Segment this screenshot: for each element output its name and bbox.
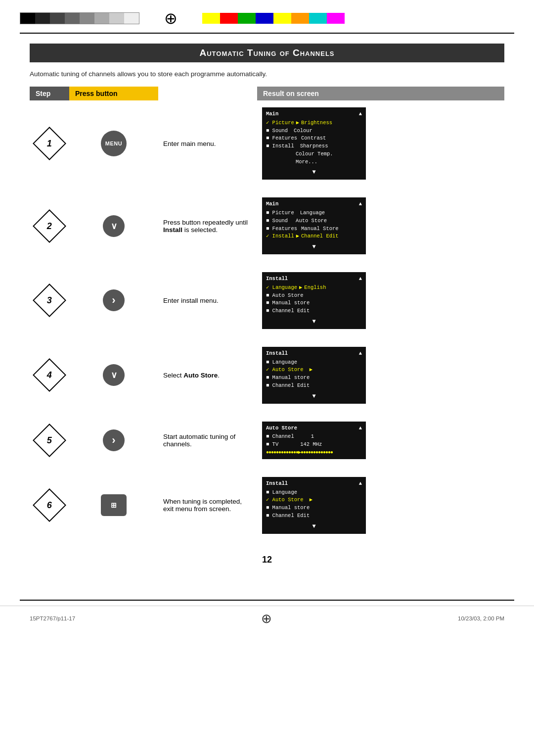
swatch-r xyxy=(220,13,238,24)
step-5-diamond: 5 xyxy=(33,424,66,457)
swatch-bk7 xyxy=(109,13,124,24)
top-crosshair: ⊕ xyxy=(164,9,178,28)
step-1-button: MENU xyxy=(69,100,158,189)
table-row: 6 ⊞ When tuning is completed, exit menu … xyxy=(30,468,504,543)
screen-1-title: Main▲ xyxy=(266,110,362,118)
screen-1-row-2: ■ SoundColour xyxy=(266,127,362,135)
screen-2-arrow: ▼ xyxy=(266,242,362,251)
step-1-number: 1 xyxy=(30,100,69,189)
screen-6-arrow: ▼ xyxy=(266,522,362,531)
step-1-diamond: 1 xyxy=(33,127,66,160)
swatch-bk3 xyxy=(50,13,65,24)
footer: 15PT2767/p11-17 ⊕ 10/23/03, 2:00 PM xyxy=(0,606,534,631)
screen-2-title: Main▲ xyxy=(266,200,362,208)
step-1-desc: Enter main menu. xyxy=(158,100,257,189)
step-6-diamond: 6 xyxy=(33,488,66,522)
swatch-o xyxy=(291,13,309,24)
screen-6-row-1: ■ Language xyxy=(266,489,362,497)
step-3-number: 3 xyxy=(30,263,69,338)
swatch-bk6 xyxy=(94,13,109,24)
screen-6-row-3: ■ Manual store xyxy=(266,504,362,512)
step-6-button: ⊞ xyxy=(69,468,158,543)
screen-4-title: Install▲ xyxy=(266,350,362,358)
screen-5-progress: ●●●●●●●●●●●●●▶●●●●●●●●●●●●● xyxy=(266,449,362,456)
down-button-4-label: ∨ xyxy=(111,370,117,380)
screen-2-row-2: ■ SoundAuto Store xyxy=(266,217,362,225)
step-1-desc-text: Enter main menu. xyxy=(163,140,216,147)
step-4-desc: Select Auto Store. xyxy=(158,338,257,413)
page-subtitle: Automatic tuning of channels allows you … xyxy=(30,70,504,78)
right-button-3[interactable]: › xyxy=(103,289,125,311)
instruction-table: Step Press button Result on screen 1 xyxy=(30,87,504,545)
menu-button[interactable]: MENU xyxy=(101,131,127,156)
page-content: Automatic Tuning of Channels Automatic t… xyxy=(0,34,534,595)
screen-3: Install▲ ✓ Language▶English ■ Auto Store… xyxy=(262,272,366,329)
screen-6-row-4: ■ Channel Edit xyxy=(266,512,362,520)
step-1-screen: Main▲ ✓ Picture▶Brightness ■ SoundColour… xyxy=(257,100,504,189)
step-2-label: 2 xyxy=(47,221,52,231)
step-5-number: 5 xyxy=(30,413,69,468)
top-bar: ⊕ xyxy=(0,0,534,33)
step-6-desc-text: When tuning is completed, exit menu from… xyxy=(163,498,242,513)
swatch-bk5 xyxy=(80,13,94,24)
screen-1-row-6: More... xyxy=(266,158,362,166)
down-button[interactable]: ∨ xyxy=(103,215,125,237)
screen-4-row-1: ■ Language xyxy=(266,359,362,367)
right-button-3-label: › xyxy=(112,294,115,307)
step-4-screen: Install▲ ■ Language ✓ Auto Store▶ ■ Manu… xyxy=(257,338,504,413)
table-row: 3 › Enter install menu. Install▲ ✓ Langu… xyxy=(30,263,504,338)
screen-4-row-2: ✓ Auto Store▶ xyxy=(266,366,362,374)
screen-3-title: Install▲ xyxy=(266,275,362,283)
step-3-button: › xyxy=(69,263,158,338)
step-3-diamond: 3 xyxy=(33,284,66,317)
page-title-bar: Automatic Tuning of Channels xyxy=(30,44,504,62)
step-6-screen: Install▲ ■ Language ✓ Auto Store▶ ■ Manu… xyxy=(257,468,504,543)
screen-3-row-4: ■ Channel Edit xyxy=(266,307,362,315)
step-2-desc: Press button repeatedly until Install is… xyxy=(158,189,257,263)
col-header-press: Press button xyxy=(69,87,158,100)
page-title: Automatic Tuning of Channels xyxy=(199,47,334,58)
step-5-screen: Auto Store▲ ■ Channel1 ■ TV142 MHz ●●●●●… xyxy=(257,413,504,468)
exit-button-label: ⊞ xyxy=(111,501,117,509)
step-4-button: ∨ xyxy=(69,338,158,413)
step-2-number: 2 xyxy=(30,189,69,263)
step-2-diamond-wrapper: 2 xyxy=(35,212,64,240)
step-3-desc: Enter install menu. xyxy=(158,263,257,338)
screen-2-row-1: ■ PictureLanguage xyxy=(266,209,362,217)
swatch-bk8 xyxy=(124,13,139,24)
swatch-b xyxy=(256,13,273,24)
step-6-diamond-wrapper: 6 xyxy=(35,491,64,520)
down-button-4[interactable]: ∨ xyxy=(103,364,125,386)
step-5-desc: Start automatic tuning of channels. xyxy=(158,413,257,468)
table-row: 5 › Start automatic tuning of channels. … xyxy=(30,413,504,468)
swatch-g xyxy=(238,13,256,24)
screen-5: Auto Store▲ ■ Channel1 ■ TV142 MHz ●●●●●… xyxy=(262,422,366,459)
screen-1-row-4: ■ InstallSharpness xyxy=(266,142,362,150)
col-header-step: Step xyxy=(30,87,69,100)
screen-6: Install▲ ■ Language ✓ Auto Store▶ ■ Manu… xyxy=(262,477,366,534)
screen-3-row-2: ■ Auto Store xyxy=(266,292,362,300)
exit-button[interactable]: ⊞ xyxy=(101,494,127,516)
step-1-label: 1 xyxy=(47,139,52,149)
step-6-desc: When tuning is completed, exit menu from… xyxy=(158,468,257,543)
screen-6-title: Install▲ xyxy=(266,480,362,488)
screen-1: Main▲ ✓ Picture▶Brightness ■ SoundColour… xyxy=(262,107,366,180)
screen-6-row-2: ✓ Auto Store▶ xyxy=(266,496,362,504)
screen-5-title: Auto Store▲ xyxy=(266,425,362,432)
footer-left: 15PT2767/p11-17 xyxy=(30,615,75,621)
screen-1-row-1: ✓ Picture▶Brightness xyxy=(266,119,362,127)
menu-button-label: MENU xyxy=(105,141,122,146)
screen-4: Install▲ ■ Language ✓ Auto Store▶ ■ Manu… xyxy=(262,347,366,404)
page-number: 12 xyxy=(30,555,504,565)
screen-5-row-2: ■ TV142 MHz xyxy=(266,441,362,449)
down-button-label: ∨ xyxy=(111,221,117,232)
step-5-desc-text: Start automatic tuning of channels. xyxy=(163,433,235,448)
swatch-c xyxy=(309,13,327,24)
step-3-diamond-wrapper: 3 xyxy=(35,286,64,315)
step-1-diamond-wrapper: 1 xyxy=(35,129,64,158)
step-2-diamond: 2 xyxy=(33,209,66,243)
step-2-button: ∨ xyxy=(69,189,158,263)
screen-3-row-3: ■ Manual store xyxy=(266,299,362,307)
step-6-number: 6 xyxy=(30,468,69,543)
right-button-5[interactable]: › xyxy=(103,429,125,451)
